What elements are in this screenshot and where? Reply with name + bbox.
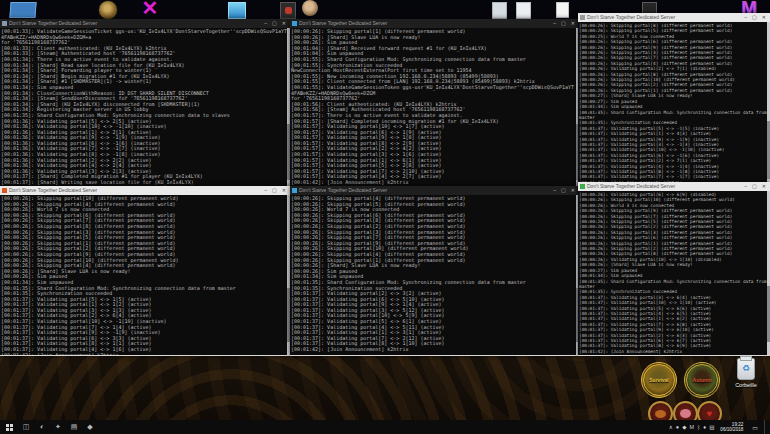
console-app-icon — [580, 184, 585, 189]
bluetooth-icon[interactable]: ᛒ — [697, 420, 700, 434]
console-window-shard3[interactable]: Don't Starve Together Dedicated Server –… — [578, 13, 770, 193]
maximize-button[interactable]: ▢ — [559, 186, 568, 195]
windows-logo-icon — [6, 424, 13, 431]
window-title: Don't Starve Together Dedicated Server — [9, 186, 260, 195]
recycle-bin-icon[interactable]: Corbeille — [727, 358, 765, 388]
close-button[interactable]: ✕ — [760, 182, 768, 191]
console-window-master[interactable]: Don't Starve Together Dedicated Server –… — [0, 19, 290, 193]
window-titlebar[interactable]: Don't Starve Together Dedicated Server –… — [290, 19, 579, 28]
dark-red-app-icon[interactable] — [280, 2, 296, 19]
console-output: [00:00:26]: Skipping portal[1] (differen… — [290, 28, 576, 193]
tray-app-icon-3[interactable]: M — [689, 420, 694, 434]
close-button[interactable]: ✕ — [569, 19, 577, 28]
console-output: [00:01:33]: ValidateGameSessionTicket gg… — [0, 28, 287, 193]
action-center-icon[interactable]: ▭ — [749, 424, 761, 431]
console-app-icon — [2, 188, 7, 193]
magenta-x-icon[interactable]: ✕ — [134, 0, 166, 19]
network-icon[interactable]: ▤ — [709, 420, 714, 434]
window-title: Don't Starve Together Dedicated Server — [299, 19, 549, 28]
console-output: [00:00:26]: Skipping portal[10] (differe… — [0, 195, 287, 355]
hidden-icons-chevron-icon[interactable]: ∧ — [669, 420, 673, 434]
window-titlebar[interactable]: Don't Starve Together Dedicated Server –… — [290, 186, 579, 195]
close-button[interactable]: ✕ — [280, 186, 288, 195]
taskbar-app-icon-1[interactable]: ◫ — [18, 420, 34, 434]
window-title: Don't Starve Together Dedicated Server — [587, 182, 740, 191]
window-titlebar[interactable]: Don't Starve Together Dedicated Server –… — [0, 19, 290, 28]
taskbar-app-icon-2[interactable]: ◐ — [34, 420, 50, 434]
window-titlebar[interactable]: Don't Starve Together Dedicated Server –… — [0, 186, 290, 195]
console-app-icon — [292, 188, 297, 193]
autumn-badge-icon[interactable]: Autumn — [684, 362, 720, 398]
survival-badge-label: Survival — [649, 377, 668, 383]
close-button[interactable]: ✕ — [569, 186, 577, 195]
window-title: Don't Starve Together Dedicated Server — [587, 13, 740, 22]
maximize-button[interactable]: ▢ — [270, 186, 279, 195]
console-app-icon — [580, 15, 585, 20]
taskbar-app-icon-5[interactable]: ◆ — [82, 420, 98, 434]
console-app-icon — [292, 21, 297, 26]
minimize-button[interactable]: – — [551, 19, 558, 28]
volume-icon[interactable]: ♦ — [703, 420, 706, 434]
white-page-icon[interactable] — [556, 2, 569, 18]
taskbar-app-icon-3[interactable]: ✦ — [50, 420, 66, 434]
show-desktop-button[interactable] — [764, 420, 768, 434]
tray-app-icon-1[interactable]: ● — [676, 420, 679, 434]
console-window-shard6[interactable]: Don't Starve Together Dedicated Server –… — [578, 182, 770, 356]
window-titlebar[interactable]: Don't Starve Together Dedicated Server –… — [578, 13, 770, 22]
blue-monitor-icon[interactable] — [9, 2, 36, 18]
survival-badge-icon[interactable]: Survival — [641, 362, 677, 398]
maximize-button[interactable]: ▢ — [270, 19, 279, 28]
minimize-button[interactable]: – — [742, 13, 749, 22]
window-title: Don't Starve Together Dedicated Server — [299, 186, 549, 195]
light-folder-icon[interactable] — [492, 2, 507, 19]
console-output: [00:00:26]: Skipping portal[8] (differen… — [578, 22, 767, 193]
start-button[interactable] — [0, 420, 18, 434]
maximize-button[interactable]: ▢ — [750, 182, 759, 191]
maximize-button[interactable]: ▢ — [750, 13, 759, 22]
autumn-badge-label: Autumn — [693, 377, 712, 383]
window-titlebar[interactable]: Don't Starve Together Dedicated Server –… — [578, 182, 770, 191]
face-badge-icon[interactable] — [302, 0, 318, 16]
minimize-button[interactable]: – — [551, 186, 558, 195]
console-window-shard4[interactable]: Don't Starve Together Dedicated Server –… — [0, 186, 290, 356]
taskbar: ◫ ◐ ✦ ▤ ◆ ∧ ● ◆ M ᛒ ♦ ▤ 19:22 06/10/2018… — [0, 420, 770, 434]
console-window-winter[interactable]: Don't Starve Together Dedicated Server –… — [290, 19, 579, 193]
taskbar-app-icon-4[interactable]: ▤ — [66, 420, 82, 434]
minimize-button[interactable]: – — [262, 19, 269, 28]
minimize-button[interactable]: – — [742, 182, 749, 191]
console-output: [00:00:26]: Validating portal[6] <-> 6[9… — [578, 191, 767, 355]
gold-badge-icon[interactable] — [98, 0, 118, 20]
console-output: [00:00:26]: Skipping portal[4] (differen… — [290, 195, 576, 355]
close-button[interactable]: ✕ — [280, 19, 288, 28]
recycle-bin-label: Corbeille — [727, 382, 765, 388]
minimize-button[interactable]: – — [262, 186, 269, 195]
recycle-bin-glyph — [737, 358, 755, 380]
console-app-icon — [2, 21, 7, 26]
console-window-shard5[interactable]: Don't Starve Together Dedicated Server –… — [290, 186, 579, 356]
blue-cube-icon[interactable] — [228, 2, 246, 19]
light-folder-icon-2[interactable] — [516, 2, 531, 19]
clock-date: 06/10/2018 — [720, 427, 743, 432]
maximize-button[interactable]: ▢ — [559, 19, 568, 28]
taskbar-clock[interactable]: 19:22 06/10/2018 — [717, 422, 746, 432]
tray-app-icon-2[interactable]: ◆ — [682, 420, 686, 434]
window-title: Don't Starve Together Dedicated Server — [9, 19, 260, 28]
close-button[interactable]: ✕ — [760, 13, 768, 22]
system-tray: ∧ ● ◆ M ᛒ ♦ ▤ 19:22 06/10/2018 ▭ — [669, 420, 770, 434]
